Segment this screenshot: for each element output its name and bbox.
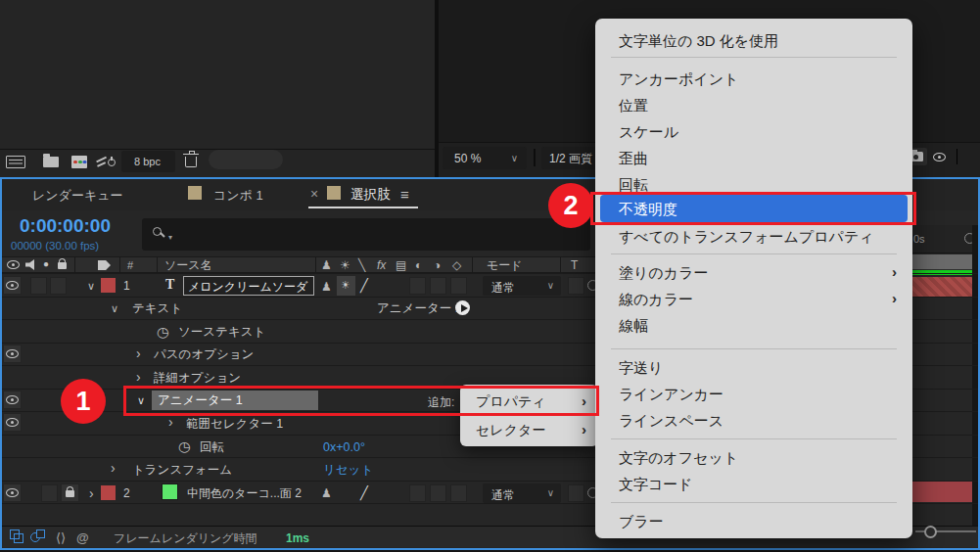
- source-text-stopwatch-icon[interactable]: ◷: [157, 325, 168, 339]
- menu-item-character-offset[interactable]: 文字のオフセット: [595, 443, 912, 470]
- show-snapshot-eye-icon[interactable]: [933, 153, 946, 161]
- tab-comp1[interactable]: コンポ 1: [213, 189, 263, 202]
- timeline-zoom-knob[interactable]: [924, 526, 937, 538]
- menu-item-line-anchor[interactable]: ラインアンカー: [595, 380, 912, 406]
- graph-editor-brackets-icon[interactable]: ⟨⟩: [56, 531, 66, 544]
- layer1-name-field[interactable]: メロンクリームソーダ: [183, 276, 314, 296]
- layer1-switch-box[interactable]: [409, 277, 426, 295]
- range-selector-twirl-icon[interactable]: ›: [168, 415, 173, 429]
- layer1-audio-box[interactable]: [30, 277, 47, 295]
- layer1-shy-icon[interactable]: ♟: [321, 281, 332, 293]
- range-selector-eye-icon[interactable]: [6, 418, 19, 427]
- header-shy-icon[interactable]: ♟: [321, 259, 332, 271]
- header-3d-icon[interactable]: ◇: [452, 259, 461, 271]
- composition-mini-flowchart-icon[interactable]: [14, 533, 23, 543]
- layer2-lock-icon[interactable]: [66, 490, 74, 497]
- layer2-switch-box[interactable]: [450, 484, 467, 502]
- animator-add-button[interactable]: [455, 300, 470, 315]
- menu-item-tracking[interactable]: 字送り: [595, 353, 912, 380]
- panel-menu-icon[interactable]: ≡: [400, 187, 409, 202]
- power-icon[interactable]: [108, 159, 116, 166]
- rotation-label[interactable]: 回転: [200, 441, 224, 454]
- layer2-quality-icon[interactable]: ╱: [360, 486, 368, 499]
- layer2-solo-box[interactable]: [41, 484, 58, 502]
- header-lock-icon[interactable]: [58, 262, 67, 269]
- bpc-button[interactable]: 8 bpc: [121, 151, 175, 172]
- tab-render-queue[interactable]: レンダーキュー: [32, 189, 123, 202]
- header-frameblend-icon[interactable]: ▤: [396, 259, 406, 271]
- layer2-shy-icon[interactable]: ♟: [321, 487, 332, 499]
- header-video-eye-icon[interactable]: [7, 260, 20, 269]
- layer2-mode-dropdown[interactable]: 通常 ∨: [483, 483, 561, 503]
- layer2-eye-icon[interactable]: [6, 488, 19, 497]
- layer1-trkmat-box[interactable]: [568, 277, 584, 295]
- menu-item-anchor-point[interactable]: アンカーポイント: [595, 65, 912, 91]
- header-fx-icon[interactable]: fx: [377, 259, 386, 271]
- layer1-solo-box[interactable]: [50, 277, 67, 295]
- header-mode[interactable]: モード: [487, 259, 523, 271]
- search-field[interactable]: [142, 218, 590, 251]
- layer1-quality-icon[interactable]: ╱: [360, 279, 368, 292]
- layer2-switch-box[interactable]: [430, 484, 446, 502]
- render-queue-icon[interactable]: [6, 156, 25, 168]
- rotation-value[interactable]: 0x+0.0°: [323, 441, 365, 454]
- header-source-name[interactable]: ソース名: [164, 259, 212, 271]
- layer2-trkmat-box[interactable]: [568, 484, 584, 502]
- new-folder-icon[interactable]: [43, 157, 59, 167]
- header-collapse-icon[interactable]: ☀: [340, 259, 350, 271]
- transform-reset-link[interactable]: リセット: [323, 464, 373, 477]
- menu-item-scale[interactable]: スケール: [595, 117, 912, 144]
- layer1-switch-box[interactable]: [430, 277, 446, 295]
- flowchart-pill[interactable]: [209, 150, 283, 169]
- draft3d-icon[interactable]: [30, 529, 46, 543]
- layer2-name[interactable]: 中間色のターコ...面 2: [187, 487, 302, 499]
- header-motionblur-icon[interactable]: ◐: [415, 259, 422, 271]
- path-options-twirl-icon[interactable]: ›: [136, 346, 141, 360]
- transform-label[interactable]: トランスフォーム: [132, 464, 232, 477]
- layer2-twirl-icon[interactable]: ›: [89, 486, 94, 500]
- menu-item-character-value[interactable]: 文字コード: [595, 470, 912, 496]
- range-selector-label[interactable]: 範囲セレクター 1: [186, 418, 283, 431]
- menu-item-line-spacing[interactable]: ラインスペース: [595, 406, 912, 433]
- menu-item-per-character-3d[interactable]: 文字単位の 3D 化を使用: [595, 26, 912, 53]
- layer2-label-swatch[interactable]: [101, 485, 116, 500]
- header-quality-icon[interactable]: ╲: [358, 259, 365, 271]
- menu-item-stroke-color[interactable]: 線のカラー ›: [595, 285, 912, 311]
- tab-close-icon[interactable]: ×: [310, 187, 318, 201]
- source-text-label[interactable]: ソーステキスト: [178, 326, 265, 339]
- more-options-twirl-icon[interactable]: ›: [136, 370, 141, 384]
- layer1-eye-icon[interactable]: [6, 281, 19, 290]
- submenu-item-selector[interactable]: セレクター ›: [460, 416, 598, 442]
- trash-icon[interactable]: [185, 157, 197, 167]
- menu-item-blur[interactable]: ブラー: [595, 507, 912, 533]
- timecode-display[interactable]: 0:00:00:00: [20, 216, 111, 235]
- menu-item-stroke-width[interactable]: 線幅: [595, 311, 912, 338]
- path-options-label[interactable]: パスのオプション: [154, 348, 254, 361]
- more-options-label[interactable]: 詳細オプション: [154, 372, 241, 385]
- layer1-twirl-icon[interactable]: ∨: [87, 281, 95, 292]
- menu-item-position[interactable]: 位置: [595, 91, 912, 117]
- menu-item-fill-color[interactable]: 塗りのカラー ›: [595, 258, 912, 285]
- layer1-collapse-box[interactable]: ☀: [337, 276, 355, 296]
- header-trkmat[interactable]: T: [571, 259, 578, 271]
- new-composition-icon[interactable]: [71, 156, 87, 168]
- zoom-dropdown[interactable]: 50 % ∨: [443, 147, 527, 169]
- text-group-label[interactable]: テキスト: [132, 302, 182, 315]
- layer2-number: 2: [123, 487, 130, 499]
- layer2-switch-box[interactable]: [409, 484, 426, 502]
- header-number[interactable]: #: [127, 260, 133, 271]
- rotation-stopwatch-icon[interactable]: ◷: [178, 439, 190, 453]
- animator1-eye-icon[interactable]: [6, 395, 19, 404]
- tab-active[interactable]: 選択肢: [350, 188, 391, 202]
- layer1-switch-box[interactable]: [450, 277, 467, 295]
- layer1-label-swatch[interactable]: [101, 278, 116, 293]
- menu-item-skew[interactable]: 歪曲: [595, 144, 912, 170]
- header-solo-icon[interactable]: ●: [43, 259, 49, 269]
- text-group-twirl-icon[interactable]: ∨: [111, 303, 118, 314]
- snail-icon[interactable]: @: [76, 531, 89, 544]
- layer1-mode-dropdown[interactable]: 通常 ∨: [483, 276, 561, 296]
- header-adjustment-icon[interactable]: ◑: [434, 259, 441, 271]
- path-options-eye-icon[interactable]: [6, 349, 19, 358]
- menu-item-all-transform-properties[interactable]: すべてのトランスフォームプロパティ: [595, 222, 912, 249]
- transform-twirl-icon[interactable]: ›: [111, 461, 116, 475]
